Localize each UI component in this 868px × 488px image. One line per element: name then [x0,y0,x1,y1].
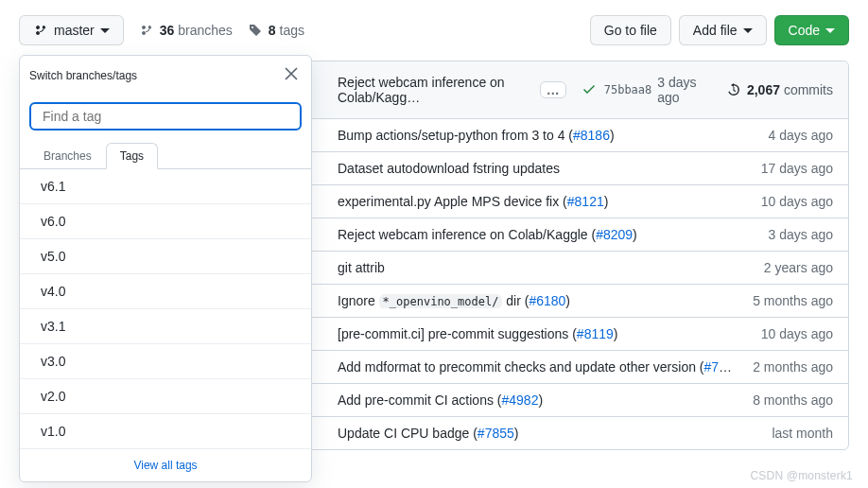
branch-label: master [54,21,95,40]
watermark: CSDN @monsterk1 [750,469,853,482]
commit-date: last month [772,426,833,441]
commit-date: 4 days ago [769,128,834,143]
issue-link[interactable]: #8121 [567,194,604,209]
commit-sha-link[interactable]: 75bbaa8 [604,83,652,96]
commit-date: 2 years ago [764,260,833,275]
expand-commit-button[interactable]: … [540,81,566,98]
caret-down-icon [825,26,835,35]
commit-message[interactable]: Bump actions/setup-python from 3 to 4 (#… [338,128,754,143]
view-all-tags-link[interactable]: View all tags [20,449,311,481]
commit-message[interactable]: Ignore *_openvino_model/ dir (#6180) [338,293,738,308]
branches-word: branches [178,23,233,38]
tags-word: tags [280,23,304,38]
go-to-file-button[interactable]: Go to file [590,15,671,45]
issue-link[interactable]: #8186 [573,128,610,143]
tag-item[interactable]: v6.1 [20,169,311,204]
tag-icon [248,23,263,38]
commit-date: 3 days ago [657,75,707,105]
issue-link[interactable]: #7855 [477,426,514,441]
issue-link[interactable]: #8209 [596,227,633,242]
tag-item[interactable]: v3.1 [20,309,311,344]
add-file-button[interactable]: Add file [679,15,767,45]
git-branch-icon [33,23,48,38]
issue-link[interactable]: #4982 [502,392,539,408]
commit-date: 3 days ago [769,227,834,242]
code-button[interactable]: Code [774,15,849,45]
commit-message[interactable]: Reject webcam inference on Colab/Kaggle … [338,227,754,242]
caret-down-icon [100,26,110,35]
branches-link[interactable]: 36 branches [139,23,233,38]
tag-item[interactable]: v3.0 [20,344,311,379]
popup-title: Switch branches/tags [29,69,137,82]
latest-commit-message[interactable]: Reject webcam inference on Colab/Kagg… [338,75,532,105]
commit-message[interactable]: Update CI CPU badge (#7855) [338,426,756,441]
tab-branches[interactable]: Branches [29,143,106,169]
tag-item[interactable]: v2.0 [20,379,311,414]
commit-date: 10 days ago [761,326,833,341]
tags-count: 8 [269,23,276,38]
tag-item[interactable]: v1.0 [20,414,311,449]
caret-down-icon [743,26,753,35]
commit-date: 5 months ago [753,293,833,308]
commit-message[interactable]: [pre-commit.ci] pre-commit suggestions (… [338,326,746,341]
history-icon [726,82,741,97]
branches-count: 36 [160,23,175,38]
commit-date: 17 days ago [761,161,833,176]
git-branch-icon [139,23,154,38]
commit-message[interactable]: Dataset autodownload fstring updates [338,161,746,176]
check-icon[interactable] [582,81,597,99]
search-input[interactable] [29,102,302,131]
commit-message[interactable]: Add mdformat to precommit checks and upd… [338,359,738,375]
tag-item[interactable]: v6.0 [20,204,311,239]
tags-link[interactable]: 8 tags [248,23,304,38]
issue-link[interactable]: #8119 [577,326,614,341]
tag-item[interactable]: v5.0 [20,239,311,274]
close-icon[interactable] [281,63,302,87]
commits-link[interactable]: 2,067 commits [726,82,833,97]
issue-link[interactable]: #6180 [529,293,565,308]
commit-date: 8 months ago [753,392,833,408]
commit-message[interactable]: experimental.py Apple MPS device fix (#8… [338,194,746,209]
commit-date: 2 months ago [753,359,833,375]
issue-link[interactable]: #7529 [704,359,738,375]
tag-item[interactable]: v4.0 [20,274,311,309]
commit-message[interactable]: Add pre-commit CI actions (#4982) [338,392,738,408]
tab-tags[interactable]: Tags [106,143,158,169]
branch-tag-popup: Switch branches/tags Branches Tags v6.1v… [19,55,312,482]
branch-menu-button[interactable]: master [19,15,124,45]
commit-date: 10 days ago [761,194,833,209]
commit-message[interactable]: git attrib [338,260,749,275]
